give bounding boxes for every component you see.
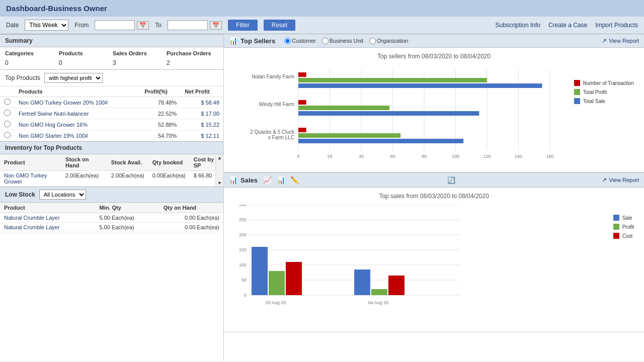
svg-text:20: 20 (327, 154, 332, 159)
top-products-filter[interactable]: with highest profit (44, 73, 103, 83)
sales-view-report[interactable]: ↗ View Report (602, 176, 639, 184)
svg-rect-29 (298, 133, 400, 138)
sales-view-report-icon: ↗ (602, 176, 607, 184)
sales-chart: 30025020015010050003 Aug 2004 Aug 20 Sal… (234, 205, 634, 322)
bar-cost (286, 262, 302, 295)
products-col-net: Net Profit (181, 86, 223, 97)
date-select[interactable]: This Week (25, 20, 68, 31)
to-calendar-btn[interactable]: 📅 (210, 21, 222, 30)
svg-text:s Farm LLC: s Farm LLC (268, 135, 294, 140)
sellers-svg: 020406080100120140160Nolan Family FarmWi… (234, 65, 556, 165)
scroll-up-icon[interactable]: ▲ (217, 155, 222, 160)
refresh-icon[interactable]: 🔄 (447, 176, 455, 184)
sellers-legend: Number of TransactionTotal ProfitTotal S… (574, 65, 634, 104)
svg-rect-25 (298, 111, 479, 116)
top-sellers-section: 📊 Top Sellers Customer Business Unit Org… (224, 34, 644, 172)
topbar: Date This Week From 08/03/2020 📅 To 08/0… (0, 17, 644, 34)
svg-text:140: 140 (515, 154, 522, 159)
sales-legend-color (613, 224, 619, 230)
svg-rect-21 (298, 83, 542, 88)
product-radio[interactable] (4, 121, 11, 127)
svg-text:160: 160 (546, 154, 553, 159)
radio-business-unit[interactable]: Business Unit (322, 38, 363, 44)
sellers-bars: 020406080100120140160Nolan Family FarmWi… (234, 65, 566, 167)
lowstock-product-link[interactable]: Natural Crumble Layer (4, 224, 60, 230)
low-stock-location-select[interactable]: All Locations (39, 190, 86, 200)
left-panel: Summary Categories Products Sales Orders… (0, 34, 224, 361)
product-radio[interactable] (4, 110, 11, 116)
product-name-link[interactable]: Non GMO Starter 19% 100# (19, 133, 88, 139)
svg-text:03 Aug 20: 03 Aug 20 (266, 300, 286, 305)
summary-col-sales-orders: Sales Orders (113, 50, 165, 56)
svg-text:2 Quacks & 5 Cluck: 2 Quacks & 5 Cluck (250, 129, 295, 135)
lowstock-col-min-qty: Min. Qty (95, 203, 159, 213)
bar-chart-btn[interactable]: 📊 (275, 175, 287, 185)
sales-legend-item: Profit (613, 224, 634, 230)
radio-customer[interactable]: Customer (284, 38, 316, 44)
from-date-field[interactable]: 08/03/2020 (95, 20, 135, 30)
sales-section: 📊 Sales 📈 📊 ✏️ 🔄 ↗ View Report Top sales… (224, 172, 644, 332)
product-row: Non GMO Turkey Grower 20% 100# 78.48% $ … (0, 97, 223, 108)
product-radio[interactable] (4, 132, 11, 138)
svg-text:250: 250 (239, 217, 247, 222)
reset-button[interactable]: Reset (264, 20, 295, 31)
legend-label: Total Sale (583, 99, 605, 104)
summary-val-products: 0 (59, 58, 111, 66)
top-sellers-chart-area: Top sellers from 08/03/2020 to 08/04/202… (224, 48, 644, 172)
svg-text:50: 50 (242, 278, 247, 283)
lowstock-table: Product Min. Qty Qty on Hand Natural Cru… (0, 203, 223, 232)
from-calendar-btn[interactable]: 📅 (137, 21, 149, 30)
to-date-input: 08/04/2020 📅 (168, 20, 222, 30)
svg-text:0: 0 (297, 154, 299, 159)
inv-product-link[interactable]: Non GMO Turkey Grower (4, 172, 47, 185)
sales-legend-color (613, 233, 619, 239)
svg-text:60: 60 (390, 154, 395, 159)
sales-legend-color (613, 215, 619, 221)
line-chart-btn[interactable]: 📈 (262, 175, 273, 185)
svg-rect-23 (298, 100, 306, 105)
legend-label: Number of Transaction (583, 80, 634, 86)
svg-text:100: 100 (452, 154, 459, 159)
create-case-link[interactable]: Create a Case (548, 22, 587, 29)
product-radio[interactable] (4, 99, 11, 105)
date-label: Date (6, 22, 19, 29)
sellers-legend-item: Total Sale (574, 98, 634, 104)
product-row: Non GMO Hog Grower 16% 52.88% $ 15.22 (0, 119, 223, 130)
product-name-link[interactable]: Fertrell Swine Nutri-balancer (19, 111, 89, 117)
svg-text:40: 40 (359, 154, 364, 159)
svg-text:0: 0 (244, 293, 247, 298)
top-sellers-view-report[interactable]: ↗ View Report (602, 37, 639, 44)
topbar-links: Subscription Info Create a Case Import P… (496, 22, 638, 29)
low-stock-header: Low Stock All Locations (0, 187, 223, 203)
product-name-link[interactable]: Non GMO Hog Grower 16% (19, 122, 88, 128)
sales-legend-label: Profit (622, 224, 634, 230)
scroll-indicator[interactable]: ▲ ▼ (215, 154, 223, 187)
svg-text:80: 80 (422, 154, 427, 159)
inventory-row: Non GMO Turkey Grower 2.00Each(ea) 2.00E… (0, 171, 223, 187)
lowstock-product-link[interactable]: Natural Crumble Layer (4, 215, 60, 221)
svg-text:04 Aug 20: 04 Aug 20 (368, 300, 389, 305)
inv-col-stock-hand: Stock on Hand (61, 154, 107, 171)
top-sellers-title: 📊 Top Sellers (229, 37, 275, 45)
to-label: To (155, 22, 162, 29)
svg-text:120: 120 (483, 154, 491, 159)
inv-stock-avail: 2.00Each(ea) (107, 171, 148, 187)
inventory-table: Product Stock on Hand Stock Avail. Qty b… (0, 154, 223, 187)
summary-col-purchase-orders: Purchase Orders (167, 50, 218, 56)
scroll-down-icon[interactable]: ▼ (217, 180, 222, 186)
sales-legend-item: Sale (613, 215, 634, 221)
svg-rect-24 (298, 106, 389, 110)
subscription-info-link[interactable]: Subscription Info (496, 22, 540, 29)
sales-bars-area: 30025020015010050003 Aug 2004 Aug 20 (234, 205, 605, 322)
product-name-link[interactable]: Non GMO Turkey Grower 20% 100# (19, 100, 108, 106)
product-profit-pct: 52.88% (140, 119, 181, 130)
sales-header: 📊 Sales 📈 📊 ✏️ 🔄 ↗ View Report (224, 172, 644, 188)
import-products-link[interactable]: Import Products (595, 22, 638, 29)
filter-button[interactable]: Filter (228, 20, 258, 31)
radio-organization[interactable]: Organization (369, 38, 408, 44)
top-products-header: Top Products with highest profit (0, 70, 223, 86)
top-products-label: Top Products (5, 74, 40, 81)
summary-col-products: Products (59, 50, 111, 56)
to-date-field[interactable]: 08/04/2020 (168, 20, 208, 30)
edit-chart-btn[interactable]: ✏️ (289, 175, 300, 185)
